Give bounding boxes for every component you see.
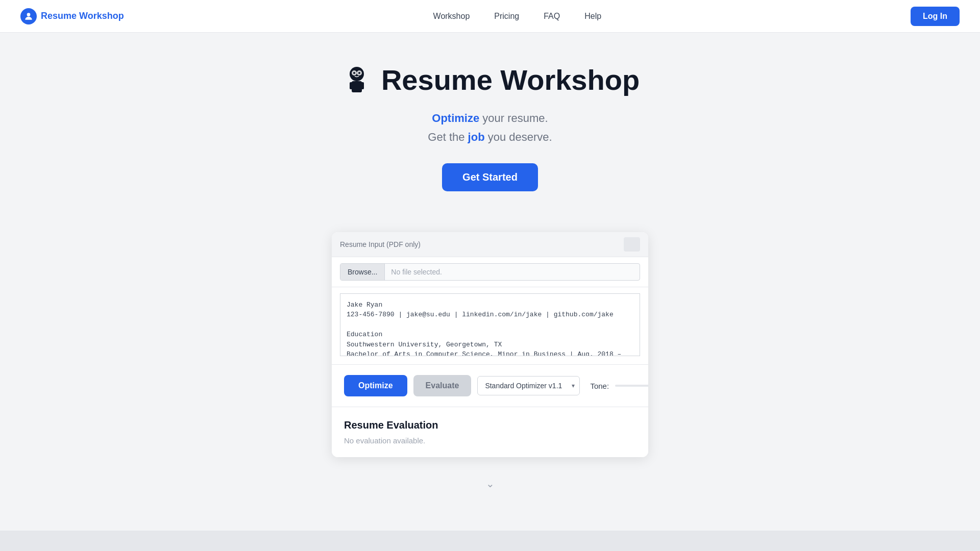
file-input-bar: Browse... No file selected. (340, 263, 640, 281)
panel-top-label: Resume Input (PDF only) (340, 240, 421, 248)
svg-rect-3 (350, 82, 353, 89)
workshop-panel: Resume Input (PDF only) Browse... No fil… (332, 232, 648, 458)
browse-button[interactable]: Browse... (340, 264, 385, 280)
svg-point-1 (350, 67, 364, 81)
optimize-word: Optimize (432, 112, 479, 124)
optimizer-select[interactable]: Standard Optimizer v1.1Advanced Optimize… (477, 376, 580, 395)
file-name-label: No file selected. (385, 264, 448, 280)
logo-icon (20, 8, 37, 24)
navbar: Resume Workshop Workshop Pricing FAQ Hel… (0, 0, 980, 33)
main-content: Resume Workshop Optimize your resume. Ge… (0, 0, 980, 500)
resume-textarea[interactable] (340, 293, 640, 357)
svg-point-8 (353, 72, 355, 74)
tone-label: Tone: (590, 382, 609, 390)
svg-rect-4 (360, 82, 364, 89)
optimize-button[interactable]: Optimize (344, 375, 407, 396)
login-button[interactable]: Log In (911, 7, 960, 26)
textarea-wrapper (332, 287, 648, 365)
svg-point-0 (27, 13, 31, 16)
panel-top-bar: Resume Input (PDF only) (332, 232, 648, 257)
chevron-down-icon: ⌄ (486, 478, 495, 490)
panel-right-stub (624, 237, 640, 252)
file-input-row: Browse... No file selected. (332, 257, 648, 287)
nav-workshop[interactable]: Workshop (433, 12, 470, 21)
brand-name: Resume Workshop (41, 11, 124, 21)
optimizer-select-wrapper: Standard Optimizer v1.1Advanced Optimize… (477, 376, 580, 395)
hero-subtitle: Optimize your resume. Get the job you de… (428, 109, 552, 147)
footer-strip (0, 531, 980, 551)
evaluate-button[interactable]: Evaluate (413, 375, 472, 396)
evaluation-empty: No evaluation available. (344, 436, 636, 445)
hero-logo-icon (340, 64, 373, 96)
nav-help[interactable]: Help (584, 12, 601, 21)
hero-title: Resume Workshop (381, 63, 640, 96)
hero-title-row: Resume Workshop (340, 63, 640, 96)
nav-pricing[interactable]: Pricing (494, 12, 519, 21)
logo-link[interactable]: Resume Workshop (20, 8, 124, 24)
job-word: job (468, 131, 485, 143)
hero-section: Resume Workshop Optimize your resume. Ge… (330, 33, 650, 232)
buttons-row: Optimize Evaluate Standard Optimizer v1.… (332, 365, 648, 407)
evaluation-section: Resume Evaluation No evaluation availabl… (332, 407, 648, 457)
evaluation-title: Resume Evaluation (344, 419, 636, 431)
scroll-indicator: ⌄ (476, 467, 505, 500)
get-started-button[interactable]: Get Started (442, 163, 538, 191)
nav-faq[interactable]: FAQ (544, 12, 560, 21)
tone-slider[interactable] (615, 385, 648, 387)
nav-links: Workshop Pricing FAQ Help (433, 12, 602, 21)
svg-point-9 (358, 72, 360, 74)
